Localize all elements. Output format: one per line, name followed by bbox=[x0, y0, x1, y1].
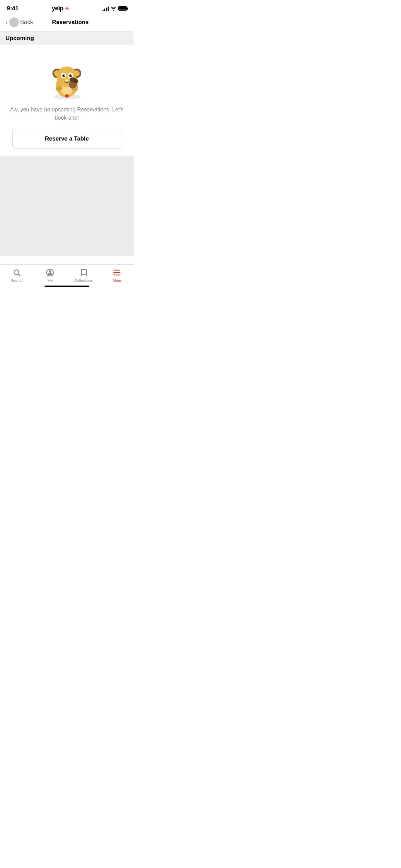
battery-icon bbox=[118, 6, 127, 11]
empty-message: Aw, you have no upcoming Reservations. L… bbox=[7, 106, 127, 122]
svg-point-13 bbox=[71, 75, 72, 76]
tab-me[interactable]: Me bbox=[34, 268, 67, 282]
section-header: Upcoming bbox=[0, 32, 134, 45]
svg-point-26 bbox=[49, 270, 51, 273]
back-button[interactable]: ‹ Back bbox=[5, 17, 33, 27]
svg-point-12 bbox=[64, 75, 65, 76]
back-circle bbox=[9, 17, 19, 27]
tab-me-label: Me bbox=[48, 278, 53, 282]
svg-point-14 bbox=[65, 79, 69, 82]
navigation-bar: ‹ Back Reservations bbox=[0, 15, 134, 32]
tab-search-label: Search bbox=[11, 278, 23, 282]
svg-point-22 bbox=[65, 94, 69, 98]
yelp-star-icon: ✳ bbox=[65, 5, 69, 12]
back-chevron-icon: ‹ bbox=[5, 19, 8, 26]
collections-icon bbox=[79, 268, 88, 277]
page-title: Reservations bbox=[33, 19, 108, 26]
home-indicator bbox=[45, 286, 89, 287]
gray-fill-area bbox=[0, 156, 134, 256]
reserve-table-button[interactable]: Reserve a Table bbox=[12, 129, 121, 149]
more-icon bbox=[112, 268, 121, 277]
tab-more-label: More bbox=[113, 278, 121, 282]
me-icon bbox=[46, 268, 54, 277]
back-label: Back bbox=[20, 19, 33, 26]
tab-collections[interactable]: Collections bbox=[67, 268, 100, 282]
status-bar: 9:41 yelp ✳ bbox=[0, 0, 134, 15]
svg-point-15 bbox=[59, 79, 62, 82]
status-center: yelp ✳ bbox=[52, 5, 69, 12]
signal-icon bbox=[102, 6, 109, 11]
tab-collections-label: Collections bbox=[74, 278, 93, 282]
section-title: Upcoming bbox=[5, 35, 34, 41]
empty-state: Aw, you have no upcoming Reservations. L… bbox=[0, 45, 134, 156]
svg-line-24 bbox=[18, 274, 20, 276]
mascot-illustration bbox=[43, 56, 91, 100]
content-wrapper: Upcoming bbox=[0, 32, 134, 256]
status-time: 9:41 bbox=[7, 5, 19, 12]
search-icon bbox=[12, 268, 21, 277]
tab-more[interactable]: More bbox=[100, 268, 134, 282]
wifi-icon bbox=[111, 7, 116, 11]
tab-search[interactable]: Search bbox=[0, 268, 34, 282]
status-icons bbox=[102, 6, 127, 11]
yelp-logo: yelp bbox=[52, 5, 63, 12]
